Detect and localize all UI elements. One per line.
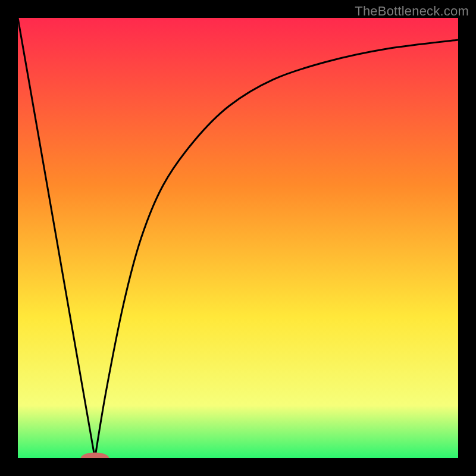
plot-area [18,18,458,458]
chart-svg [18,18,458,458]
watermark-text: TheBottleneck.com [355,4,469,19]
chart-frame: TheBottleneck.com [0,0,476,476]
